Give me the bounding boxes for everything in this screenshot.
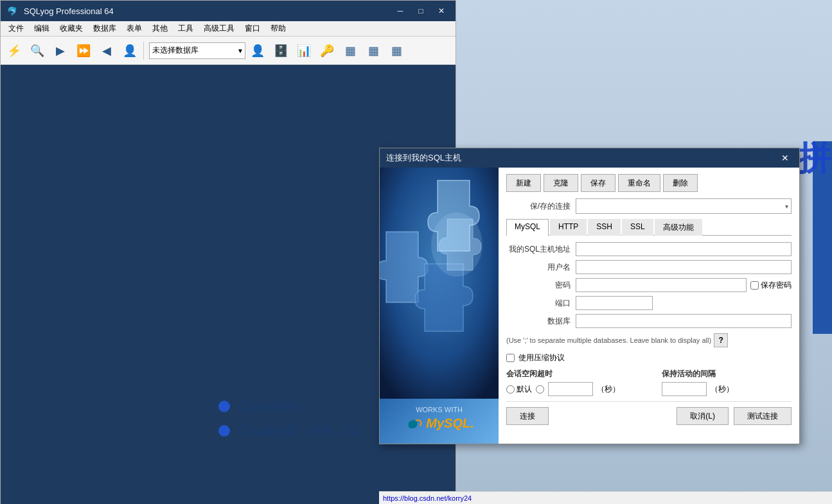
menu-database[interactable]: 数据库 bbox=[88, 22, 121, 35]
clone-button[interactable]: 克隆 bbox=[544, 174, 578, 192]
database-input[interactable] bbox=[576, 314, 792, 328]
host-input[interactable] bbox=[576, 242, 792, 256]
new-connection-button[interactable]: 新建 bbox=[506, 174, 541, 192]
form-fields: 我的SQL主机地址 用户名 密码 保存密码 端口 数据库 bbox=[506, 242, 792, 349]
accent-text: 拼 bbox=[797, 141, 831, 175]
menu-edit[interactable]: 编辑 bbox=[29, 22, 55, 35]
toolbar-db-btn[interactable]: 🗄️ bbox=[270, 40, 292, 62]
save-password-checkbox[interactable] bbox=[750, 281, 759, 290]
custom-session-radio[interactable] bbox=[536, 385, 544, 394]
port-input[interactable] bbox=[576, 296, 653, 310]
dropdown-arrow-icon: ▾ bbox=[785, 203, 788, 210]
statusbar-url[interactable]: https://blog.csdn.net/korry24 bbox=[383, 494, 472, 502]
mysql-logo-text: MySQL. bbox=[426, 416, 474, 431]
sqlyog-titlebar: 🐬 SQLyog Professional 64 ─ □ ✕ bbox=[1, 1, 456, 21]
session-timeout-unit: （秒） bbox=[597, 384, 620, 395]
bullet-dot-2 bbox=[218, 425, 230, 437]
test-connection-button[interactable]: 测试连接 bbox=[734, 407, 792, 425]
rename-button[interactable]: 重命名 bbox=[618, 174, 660, 192]
menu-table[interactable]: 表单 bbox=[121, 22, 147, 35]
save-password-label: 保存密码 bbox=[750, 280, 792, 291]
username-input[interactable] bbox=[576, 260, 792, 274]
toolbar-table-btn[interactable]: 📊 bbox=[293, 40, 315, 62]
tab-mysql[interactable]: MySQL bbox=[506, 219, 549, 236]
tab-http[interactable]: HTTP bbox=[550, 219, 587, 236]
toolbar-btn-1[interactable]: ⚡ bbox=[3, 40, 25, 62]
puzzle-art bbox=[380, 168, 499, 399]
menu-favorites[interactable]: 收藏夹 bbox=[55, 22, 88, 35]
maximize-button[interactable]: □ bbox=[412, 4, 430, 17]
toolbar-btn-3[interactable]: ▶ bbox=[49, 40, 71, 62]
minimize-button[interactable]: ─ bbox=[391, 4, 409, 17]
dialog-body: WORKS WITH MySQL. 新建 克隆 保存 重命名 删除 bbox=[380, 168, 799, 444]
toolbar-grid3-btn[interactable]: ▦ bbox=[385, 40, 407, 62]
bullet-dot-1 bbox=[218, 401, 230, 412]
app-title: SQLyog Professional 64 bbox=[24, 6, 114, 16]
connection-dialog: 连接到我的SQL主机 ✕ bbox=[379, 148, 800, 444]
help-button[interactable]: ? bbox=[714, 333, 728, 347]
toolbar-btn-4[interactable]: ⏩ bbox=[73, 40, 94, 62]
compress-label: 使用压缩协议 bbox=[518, 352, 565, 363]
toolbar-key-btn[interactable]: 🔑 bbox=[316, 40, 338, 62]
db-selector[interactable]: 未选择数据库 ▾ bbox=[149, 42, 245, 59]
session-section: 会话空闲超时 默认 （秒） 保持活动的间隔 bbox=[506, 369, 792, 396]
toolbar-btn-5[interactable]: ◀ bbox=[96, 40, 118, 62]
toolbar-btn-6[interactable]: 👤 bbox=[119, 40, 141, 62]
saved-connection-select[interactable]: ▾ bbox=[576, 198, 792, 214]
session-timeout-input[interactable] bbox=[548, 382, 593, 396]
save-button[interactable]: 保存 bbox=[581, 174, 615, 192]
keepalive-group: 保持活动的间隔 （秒） bbox=[662, 369, 792, 396]
default-radio[interactable] bbox=[506, 385, 515, 394]
dialog-form-panel: 新建 克隆 保存 重命名 删除 保/存的连接 ▾ MySQL HTTP SSH … bbox=[499, 168, 799, 444]
toolbar-separator bbox=[143, 42, 144, 60]
compress-checkbox[interactable] bbox=[506, 354, 515, 362]
database-hint: (Use ';' to separate multiple databases.… bbox=[506, 333, 792, 347]
tab-ssh[interactable]: SSH bbox=[588, 219, 621, 236]
app-icon: 🐬 bbox=[6, 4, 19, 17]
compress-row: 使用压缩协议 bbox=[506, 352, 792, 363]
session-timeout-group: 会话空闲超时 默认 （秒） bbox=[506, 369, 636, 396]
menu-advanced-tools[interactable]: 高级工具 bbox=[199, 22, 240, 35]
keepalive-title: 保持活动的间隔 bbox=[662, 369, 792, 379]
works-with-mysql-banner: WORKS WITH MySQL. bbox=[380, 406, 499, 431]
toolbar-grid-btn[interactable]: ▦ bbox=[339, 40, 361, 62]
menu-help[interactable]: 帮助 bbox=[265, 22, 291, 35]
password-input[interactable] bbox=[576, 278, 747, 292]
dialog-footer: 连接 取消(L) 测试连接 bbox=[506, 401, 792, 428]
default-radio-label: 默认 bbox=[506, 384, 532, 395]
bullet-text-2: GradeID（int（4）） bbox=[238, 421, 387, 441]
connect-button[interactable]: 连接 bbox=[506, 407, 549, 425]
database-label: 数据库 bbox=[506, 316, 571, 327]
tab-ssl[interactable]: SSL bbox=[622, 219, 653, 236]
close-button[interactable]: ✕ bbox=[432, 4, 450, 17]
host-label: 我的SQL主机地址 bbox=[506, 244, 571, 255]
menubar: 文件 编辑 收藏夹 数据库 表单 其他 工具 高级工具 窗口 帮助 bbox=[1, 21, 456, 37]
works-with-text: WORKS WITH bbox=[416, 406, 463, 413]
mysql-logo-container: MySQL. bbox=[404, 416, 474, 431]
menu-file[interactable]: 文件 bbox=[3, 22, 29, 35]
toolbar: ⚡ 🔍 ▶ ⏩ ◀ 👤 未选择数据库 ▾ 👤 🗄️ 📊 🔑 ▦ ▦ ▦ bbox=[1, 37, 456, 65]
toolbar-grid2-btn[interactable]: ▦ bbox=[362, 40, 384, 62]
dialog-title: 连接到我的SQL主机 bbox=[386, 152, 461, 164]
svg-point-1 bbox=[431, 213, 482, 277]
mysql-dolphin-icon bbox=[404, 417, 423, 431]
dialog-toolbar: 新建 克隆 保存 重命名 删除 bbox=[506, 174, 792, 192]
menu-window[interactable]: 窗口 bbox=[240, 22, 265, 35]
bullet-text-1: ClassHo bbox=[238, 397, 299, 415]
keepalive-row: （秒） bbox=[662, 382, 792, 396]
keepalive-input[interactable] bbox=[662, 382, 707, 396]
dialog-close-button[interactable]: ✕ bbox=[777, 152, 793, 164]
password-row: 保存密码 bbox=[576, 278, 792, 292]
delete-button[interactable]: 删除 bbox=[663, 174, 698, 192]
window-controls: ─ □ ✕ bbox=[391, 4, 450, 17]
toolbar-btn-2[interactable]: 🔍 bbox=[26, 40, 48, 62]
cancel-button[interactable]: 取消(L) bbox=[677, 407, 729, 425]
saved-connection-label: 保/存的连接 bbox=[506, 201, 571, 212]
footer-btn-group: 取消(L) 测试连接 bbox=[677, 407, 792, 425]
user-label: 用户名 bbox=[506, 262, 571, 273]
tab-advanced[interactable]: 高级功能 bbox=[655, 219, 702, 236]
menu-other[interactable]: 其他 bbox=[147, 22, 173, 35]
menu-tools[interactable]: 工具 bbox=[173, 22, 199, 35]
port-label: 端口 bbox=[506, 298, 571, 309]
toolbar-user-btn[interactable]: 👤 bbox=[247, 40, 269, 62]
